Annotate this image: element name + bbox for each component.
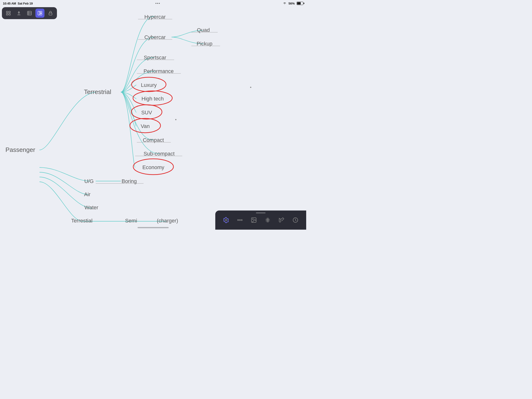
node-terrestrial: Terrestrial <box>84 88 111 95</box>
svg-rect-7 <box>40 13 42 15</box>
brush-button[interactable] <box>276 215 287 225</box>
node-cybercar: Cybercar <box>144 34 165 40</box>
image-button[interactable] <box>248 215 259 225</box>
node-hypercar: Hypercar <box>144 14 165 20</box>
node-air: Air <box>84 191 91 197</box>
toolbar-handle <box>256 212 266 213</box>
svg-point-18 <box>175 119 177 120</box>
status-dots <box>155 3 160 4</box>
svg-rect-5 <box>38 11 40 15</box>
node-boring: Boring <box>121 178 137 184</box>
layout-button[interactable] <box>35 9 44 18</box>
svg-point-23 <box>241 220 242 221</box>
svg-rect-3 <box>9 14 10 15</box>
node-sportscar: Sportscar <box>144 55 166 61</box>
node-van: Van <box>141 123 150 129</box>
node-passenger: Passenger <box>6 146 35 153</box>
node-sub-compact: Sub-compact <box>144 151 175 157</box>
node-high-tech: High tech <box>142 96 164 102</box>
hash-button[interactable] <box>262 215 273 225</box>
svg-point-25 <box>253 219 253 220</box>
node-compact: Compact <box>143 137 164 143</box>
status-time-date: 10:45 AM Sat Feb 19 <box>3 2 33 5</box>
home-indicator <box>138 227 169 228</box>
node-luxury: Luxury <box>141 82 157 88</box>
top-toolbar <box>2 7 57 19</box>
node-quad: Quad <box>197 27 210 33</box>
bottom-toolbar <box>215 210 306 230</box>
clock-button[interactable] <box>290 215 301 225</box>
node-performance: Performance <box>144 68 174 74</box>
node-terrestial-bottom: Terrestial <box>71 218 92 224</box>
battery-indicator <box>297 2 303 5</box>
svg-point-22 <box>240 220 241 221</box>
svg-point-21 <box>238 220 239 221</box>
svg-point-19 <box>250 87 251 88</box>
svg-rect-8 <box>49 13 52 15</box>
node-ug: U/G <box>84 178 94 184</box>
status-bar: 10:45 AM Sat Feb 19 56% <box>0 0 306 7</box>
node-economy: Economy <box>142 164 164 170</box>
wifi-icon <box>283 2 287 5</box>
table-button[interactable] <box>25 9 34 18</box>
svg-rect-6 <box>40 11 42 13</box>
settings-button[interactable] <box>221 215 231 225</box>
share-button[interactable] <box>14 9 23 18</box>
lock-button[interactable] <box>46 9 55 18</box>
svg-rect-1 <box>9 11 10 13</box>
node-water: Water <box>84 204 98 210</box>
svg-rect-2 <box>6 14 8 15</box>
node-semi: Semi <box>125 218 137 224</box>
more-button[interactable] <box>235 215 245 225</box>
grid-button[interactable] <box>4 9 13 18</box>
svg-rect-0 <box>6 11 8 13</box>
node-charger: (charger) <box>157 218 178 224</box>
node-suv: SUV <box>141 110 152 115</box>
svg-rect-4 <box>27 11 32 15</box>
svg-point-20 <box>225 219 227 221</box>
status-indicators: 56% <box>283 2 303 5</box>
node-pickup: Pickup <box>197 41 212 47</box>
mindmap-canvas: Passenger Terrestrial Hypercar Cybercar … <box>0 0 306 230</box>
